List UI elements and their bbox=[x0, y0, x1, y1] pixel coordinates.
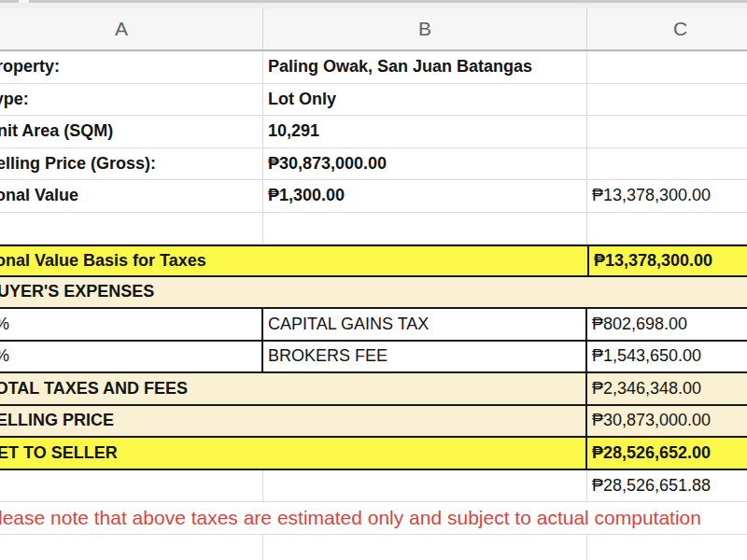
cell-property-label[interactable]: Property: bbox=[0, 51, 263, 84]
cell-selling-price-value[interactable]: ₱30,873,000.00 bbox=[587, 406, 747, 439]
row-property: Property: Paling Owak, San Juan Batangas bbox=[0, 51, 747, 84]
cell-total-taxes-value[interactable]: ₱2,346,348.00 bbox=[587, 373, 747, 406]
cell-c1-empty[interactable] bbox=[587, 51, 747, 84]
cell-buyers-expenses-header[interactable]: BUYER'S EXPENSES bbox=[0, 277, 747, 310]
cell-unit-area-label[interactable]: Unit Area (SQM) bbox=[0, 116, 263, 148]
cell-unit-area-value[interactable]: 10,291 bbox=[263, 116, 587, 148]
cell-selling-price-gross-value[interactable]: ₱30,873,000.00 bbox=[263, 148, 587, 181]
row-zonal-value: Zonal Value ₱1,300.00 ₱13,378,300.00 bbox=[0, 180, 747, 213]
cell-total-taxes-label[interactable]: TOTAL TAXES AND FEES bbox=[0, 373, 587, 406]
row-zonal-basis: Zonal Value Basis for Taxes ₱13,378,300.… bbox=[0, 245, 747, 277]
cell-zonal-basis-label[interactable]: Zonal Value Basis for Taxes bbox=[0, 245, 587, 277]
toolbar-edge bbox=[0, 0, 747, 8]
cell-net-to-seller-label[interactable]: NET TO SELLER bbox=[0, 438, 587, 470]
cell-zonal-value-label[interactable]: Zonal Value bbox=[0, 180, 263, 213]
cell-selling-price-label[interactable]: SELLING PRICE bbox=[0, 406, 587, 439]
pane-split-notch bbox=[19, 0, 29, 3]
sheet-grid: A B C Property: Paling Owak, San Juan Ba… bbox=[0, 8, 747, 560]
cell-type-label[interactable]: Type: bbox=[0, 84, 263, 117]
row-total-taxes: TOTAL TAXES AND FEES ₱2,346,348.00 bbox=[0, 373, 747, 406]
row-type: Type: Lot Only bbox=[0, 84, 747, 117]
row-capital-gains-tax: 6% CAPITAL GAINS TAX ₱802,698.00 bbox=[0, 309, 747, 342]
cell-brokers-rate[interactable]: 5% bbox=[0, 342, 263, 374]
row-net-exact: ₱28,526,651.88 bbox=[0, 470, 747, 503]
cell-a6-empty[interactable] bbox=[0, 213, 263, 245]
cell-cgt-rate[interactable]: 6% bbox=[0, 309, 263, 342]
cell-cgt-value[interactable]: ₱802,698.00 bbox=[587, 309, 747, 342]
cell-zonal-value-rate[interactable]: ₱1,300.00 bbox=[263, 180, 587, 213]
cell-b14-empty[interactable] bbox=[263, 470, 587, 503]
cell-brokers-label[interactable]: BROKERS FEE bbox=[263, 342, 587, 374]
cell-zonal-value-total[interactable]: ₱13,378,300.00 bbox=[587, 180, 747, 213]
cell-c3-empty[interactable] bbox=[587, 116, 747, 148]
cell-c6-empty[interactable] bbox=[587, 213, 747, 245]
cell-selling-price-gross-label[interactable]: Selling Price (Gross): bbox=[0, 148, 263, 181]
column-header-b[interactable]: B bbox=[263, 8, 587, 49]
row-brokers-fee: 5% BROKERS FEE ₱1,543,650.00 bbox=[0, 342, 747, 374]
row-note: Please note that above taxes are estimat… bbox=[0, 502, 747, 535]
column-header-row: A B C bbox=[0, 8, 747, 51]
cell-net-to-seller-value[interactable]: ₱28,526,652.00 bbox=[587, 438, 747, 470]
cell-c16-empty[interactable] bbox=[587, 535, 747, 560]
column-header-c[interactable]: C bbox=[587, 8, 747, 49]
cell-note-text[interactable]: Please note that above taxes are estimat… bbox=[0, 502, 747, 535]
cell-property-value[interactable]: Paling Owak, San Juan Batangas bbox=[263, 51, 587, 84]
cell-cgt-label[interactable]: CAPITAL GAINS TAX bbox=[263, 309, 587, 342]
row-selling-price: SELLING PRICE ₱30,873,000.00 bbox=[0, 406, 747, 439]
cell-net-exact-value[interactable]: ₱28,526,651.88 bbox=[587, 470, 747, 503]
row-spacer-6 bbox=[0, 213, 747, 245]
row-spacer-16 bbox=[0, 535, 747, 560]
cell-type-value[interactable]: Lot Only bbox=[263, 84, 587, 117]
spreadsheet-viewport: A B C Property: Paling Owak, San Juan Ba… bbox=[0, 0, 747, 560]
cell-a14-empty[interactable] bbox=[0, 470, 263, 503]
cell-brokers-value[interactable]: ₱1,543,650.00 bbox=[587, 342, 747, 374]
cell-b6-empty[interactable] bbox=[263, 213, 587, 245]
cell-c4-empty[interactable] bbox=[587, 148, 747, 181]
cell-b16-empty[interactable] bbox=[263, 535, 587, 560]
cell-zonal-basis-value[interactable]: ₱13,378,300.00 bbox=[587, 245, 747, 277]
row-unit-area: Unit Area (SQM) 10,291 bbox=[0, 116, 747, 148]
row-selling-price-gross: Selling Price (Gross): ₱30,873,000.00 bbox=[0, 148, 747, 181]
column-header-a[interactable]: A bbox=[0, 8, 263, 49]
cell-a16-empty[interactable] bbox=[0, 535, 263, 560]
row-buyers-expenses: BUYER'S EXPENSES bbox=[0, 277, 747, 310]
cell-c2-empty[interactable] bbox=[587, 84, 747, 117]
row-net-to-seller: NET TO SELLER ₱28,526,652.00 bbox=[0, 438, 747, 470]
